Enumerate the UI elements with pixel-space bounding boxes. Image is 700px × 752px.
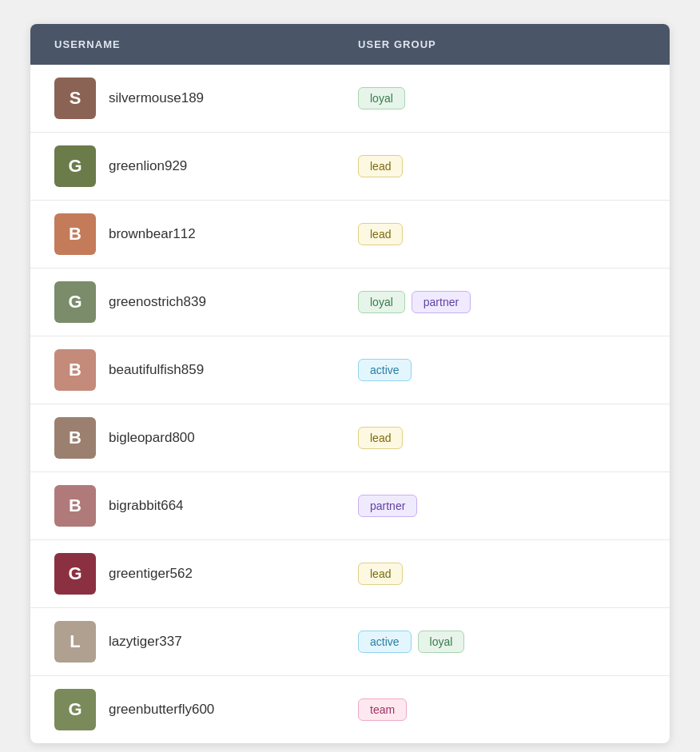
badge-loyal: loyal [418,631,465,653]
avatar: B [54,213,96,255]
badge-active: active [358,631,412,653]
user-cell: Bbrownbear112 [54,213,358,255]
avatar: B [54,417,96,459]
user-cell: Bbigleopard800 [54,417,358,459]
username-text: greenostrich839 [109,294,206,310]
username-text: lazytiger337 [109,634,182,650]
table-header: USERNAME USER GROUP [30,24,670,65]
table-row[interactable]: Ggreenlion929lead [30,133,670,201]
table-body: Ssilvermouse189loyalGgreenlion929leadBbr… [30,65,670,743]
username-text: bigleopard800 [109,430,195,446]
badge-team: team [358,698,407,721]
header-username: USERNAME [54,38,358,50]
avatar: G [54,689,96,730]
user-cell: Bbigrabbit664 [54,485,358,527]
table-row[interactable]: Llazytiger337activeloyal [30,608,670,676]
user-cell: Ggreenbutterfly600 [54,689,358,730]
groups-cell: lead [358,563,646,585]
avatar: B [54,349,96,391]
user-cell: Bbeautifulfish859 [54,349,358,391]
groups-cell: loyalpartner [358,291,646,313]
badge-loyal: loyal [358,87,405,109]
username-text: greenbutterfly600 [109,702,214,718]
table-row[interactable]: Ggreenostrich839loyalpartner [30,269,670,336]
badge-partner: partner [358,495,417,517]
table-row[interactable]: Ggreentiger562lead [30,540,670,608]
table-row[interactable]: Bbeautifulfish859active [30,336,670,404]
badge-lead: lead [358,155,403,177]
groups-cell: partner [358,495,646,517]
badge-partner: partner [412,291,471,313]
user-cell: Ggreenostrich839 [54,281,358,323]
username-text: greenlion929 [109,158,187,174]
groups-cell: active [358,359,646,381]
avatar: G [54,281,96,323]
avatar: B [54,485,96,527]
groups-cell: activeloyal [358,631,646,653]
table-row[interactable]: Ggreenbutterfly600team [30,676,670,743]
groups-cell: team [358,698,646,721]
username-text: brownbear112 [109,226,196,242]
table-row[interactable]: Bbigrabbit664partner [30,472,670,540]
groups-cell: lead [358,155,646,177]
badge-lead: lead [358,427,403,449]
badge-active: active [358,359,412,381]
header-usergroup: USER GROUP [358,38,646,50]
table-row[interactable]: Bbigleopard800lead [30,404,670,472]
groups-cell: loyal [358,87,646,109]
table-row[interactable]: Ssilvermouse189loyal [30,65,670,133]
user-cell: Ggreentiger562 [54,553,358,595]
user-table: USERNAME USER GROUP Ssilvermouse189loyal… [30,24,670,743]
avatar: S [54,78,96,119]
username-text: greentiger562 [109,566,193,582]
groups-cell: lead [358,427,646,449]
avatar: G [54,553,96,595]
groups-cell: lead [358,223,646,245]
username-text: beautifulfish859 [109,362,204,378]
avatar: L [54,621,96,662]
user-cell: Llazytiger337 [54,621,358,662]
username-text: bigrabbit664 [109,498,184,514]
user-cell: Ssilvermouse189 [54,78,358,119]
user-cell: Ggreenlion929 [54,145,358,187]
badge-lead: lead [358,223,403,245]
username-text: silvermouse189 [109,90,204,106]
table-row[interactable]: Bbrownbear112lead [30,201,670,269]
badge-loyal: loyal [358,291,405,313]
badge-lead: lead [358,563,403,585]
avatar: G [54,145,96,187]
